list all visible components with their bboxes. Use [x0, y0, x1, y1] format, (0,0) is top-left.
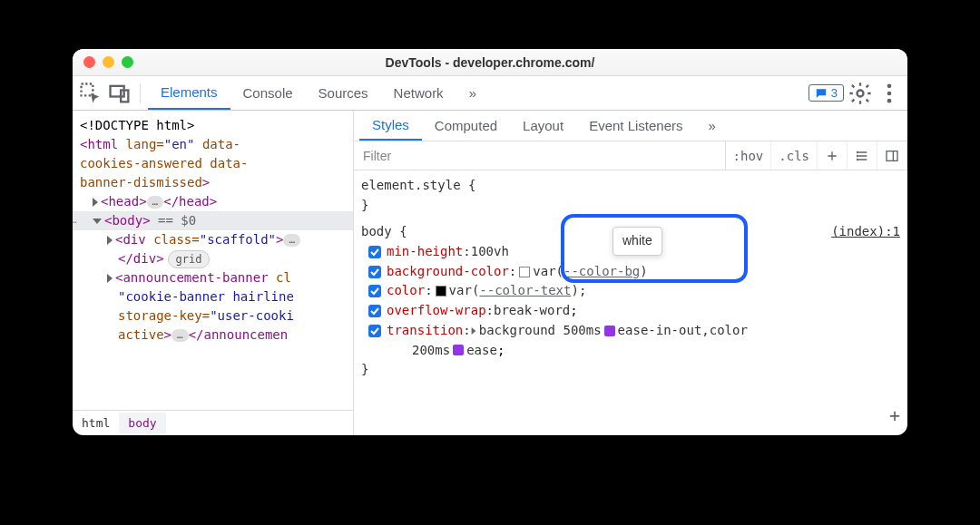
svg-point-5 [887, 91, 892, 95]
doctype-node[interactable]: <!DOCTYPE html> [80, 116, 353, 135]
svg-point-3 [858, 90, 864, 96]
tabs-overflow-icon[interactable]: » [456, 76, 489, 110]
traffic-lights [83, 56, 133, 68]
panel-tabs: Elements Console Sources Network » [148, 76, 489, 110]
svg-point-4 [887, 83, 892, 88]
css-var-link[interactable]: --color-text [479, 283, 571, 297]
subtab-computed[interactable]: Computed [422, 111, 510, 141]
source-link[interactable]: (index):1 [831, 222, 900, 242]
crumb-body[interactable]: body [119, 413, 165, 433]
hov-toggle[interactable]: :hov [726, 141, 772, 170]
titlebar: DevTools - developer.chrome.com/ [73, 49, 907, 76]
crumb-html[interactable]: html [73, 413, 119, 433]
inspect-element-icon[interactable] [78, 81, 103, 106]
styles-filter-input[interactable] [354, 141, 726, 170]
close-window-button[interactable] [83, 56, 95, 68]
tab-network[interactable]: Network [381, 76, 456, 110]
subtab-layout[interactable]: Layout [510, 111, 576, 141]
announcement-banner-node[interactable]: <announcement-banner cl [80, 268, 353, 287]
styles-panel: Styles Computed Layout Event Listeners »… [354, 111, 907, 435]
main-toolbar: Elements Console Sources Network » 3 [73, 76, 907, 111]
html-node[interactable]: <html lang="en" data- [80, 135, 353, 154]
prop-checkbox[interactable] [368, 246, 381, 258]
svg-point-6 [887, 98, 892, 102]
tab-sources[interactable]: Sources [306, 76, 381, 110]
body-node-selected[interactable]: <body> == $0 [73, 211, 353, 230]
prop-transition-cont[interactable]: 200ms ease; [361, 341, 900, 361]
element-style-rule[interactable]: element.style { [361, 176, 900, 196]
styles-rules[interactable]: element.style { } body { (index):1 min-h… [354, 170, 907, 435]
svg-rect-7 [887, 151, 897, 160]
dom-tree[interactable]: <!DOCTYPE html> <html lang="en" data- co… [73, 111, 353, 410]
tab-elements[interactable]: Elements [148, 76, 230, 110]
dollar-zero: $0 [181, 213, 196, 228]
prop-checkbox[interactable] [368, 305, 381, 317]
ellipsis-icon[interactable]: … [283, 234, 300, 247]
add-rule-icon[interactable]: + [889, 402, 900, 430]
head-node[interactable]: <head>…</head> [80, 192, 353, 211]
prop-color[interactable]: color: var(--color-text); [361, 281, 900, 301]
expand-icon[interactable] [107, 274, 113, 283]
expand-icon[interactable] [93, 219, 102, 224]
kebab-menu-icon[interactable] [877, 81, 902, 106]
subtab-event-listeners[interactable]: Event Listeners [576, 111, 695, 141]
css-var-link[interactable]: --color-bg [564, 264, 640, 278]
computed-styles-icon[interactable] [848, 141, 877, 170]
div-scaffold-node[interactable]: <div class="scaffold">… [80, 230, 353, 249]
fullscreen-window-button[interactable] [122, 56, 133, 68]
devtools-window: DevTools - developer.chrome.com/ Element… [73, 49, 907, 435]
cls-toggle[interactable]: .cls [771, 141, 818, 170]
svg-rect-1 [111, 85, 124, 96]
bezier-swatch-icon[interactable] [604, 326, 615, 336]
prop-overflow-wrap[interactable]: overflow-wrap: break-word; [361, 301, 900, 321]
grid-badge[interactable]: grid [168, 250, 211, 268]
expand-icon[interactable] [471, 327, 475, 335]
color-swatch-icon[interactable] [519, 267, 530, 277]
minimize-window-button[interactable] [103, 56, 114, 68]
messages-count: 3 [831, 86, 838, 100]
elements-panel: <!DOCTYPE html> <html lang="en" data- co… [73, 111, 354, 435]
styles-subtabs: Styles Computed Layout Event Listeners » [354, 111, 907, 141]
prop-checkbox[interactable] [368, 285, 381, 297]
window-title: DevTools - developer.chrome.com/ [73, 55, 907, 70]
new-style-rule-icon[interactable] [818, 141, 848, 170]
expand-icon[interactable] [93, 198, 98, 207]
styles-filterbar: :hov .cls [354, 141, 907, 170]
prop-checkbox[interactable] [368, 325, 381, 337]
device-toolbar-icon[interactable] [107, 81, 132, 106]
expand-icon[interactable] [107, 236, 113, 245]
toggle-sidebar-icon[interactable] [877, 141, 907, 170]
tab-console[interactable]: Console [230, 76, 306, 110]
prop-transition[interactable]: transition: background 500ms ease-in-out… [361, 321, 900, 341]
color-tooltip: white [612, 227, 662, 256]
color-swatch-icon[interactable] [436, 286, 446, 297]
toolbar-separator [140, 83, 141, 103]
subtab-styles[interactable]: Styles [359, 111, 422, 141]
messages-badge[interactable]: 3 [808, 84, 844, 102]
panel-body: <!DOCTYPE html> <html lang="en" data- co… [73, 111, 907, 435]
prop-checkbox[interactable] [368, 266, 381, 278]
settings-gear-icon[interactable] [848, 81, 873, 106]
prop-background-color[interactable]: background-color: var(--color-bg) [361, 262, 900, 282]
dom-breadcrumb: html body [73, 410, 353, 435]
subtabs-overflow-icon[interactable]: » [696, 111, 729, 141]
ellipsis-icon[interactable]: … [172, 329, 189, 342]
ellipsis-icon[interactable]: … [147, 196, 164, 209]
bezier-swatch-icon[interactable] [453, 345, 464, 355]
